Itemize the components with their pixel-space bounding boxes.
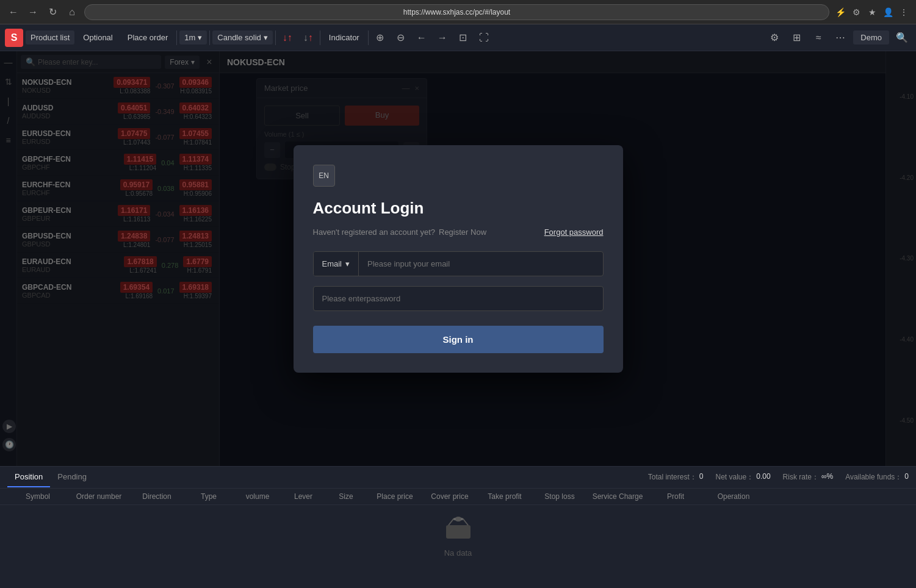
lang-button[interactable]: EN: [313, 165, 335, 187]
no-data-area: Na data: [0, 505, 916, 566]
separator-2: [209, 30, 210, 45]
empty-state-icon: [444, 514, 473, 539]
table-header-cell: Cover price: [422, 492, 477, 501]
optional-button[interactable]: Optional: [77, 30, 118, 45]
table-header-cell: Lever: [282, 492, 325, 501]
table-header-cell: Direction: [129, 492, 184, 501]
table-header-cell: Symbol: [7, 492, 68, 501]
zoom-out-icon[interactable]: ⊖: [392, 29, 410, 47]
table-header-cell: Type: [184, 492, 233, 501]
separator-4: [320, 30, 320, 45]
forward-button[interactable]: →: [26, 5, 40, 20]
table-header-cell: Stop loss: [532, 492, 587, 501]
app-logo: S: [5, 29, 23, 47]
modal-subtitle: Haven't registered an account yet? Regis…: [313, 228, 604, 237]
tab-pending[interactable]: Pending: [50, 467, 94, 487]
email-input-row: Email ▾: [313, 251, 604, 276]
star-icon: ★: [866, 6, 878, 18]
login-modal: EN Account Login Haven't registered an a…: [294, 145, 623, 373]
extensions-icon: ⚙: [850, 6, 862, 18]
svg-rect-4: [446, 525, 471, 539]
bottom-panel: Position Pending Total interest： 0 Net v…: [0, 466, 916, 588]
fullscreen-icon[interactable]: ⛶: [475, 29, 493, 47]
subtitle-text: Haven't registered an account yet?: [313, 228, 436, 237]
toolbar-right: ⚙ ⊞ ≈ ⋯ Demo 🔍: [765, 29, 911, 47]
main-area: — ⇅ | / ≡ 🔍 Forex ▾ ×: [0, 51, 916, 466]
chart-type-icon[interactable]: ≈: [809, 29, 828, 47]
app-container: S Product list Optional Place order 1m ▾…: [0, 24, 916, 588]
no-data-text: Na data: [444, 548, 472, 558]
demo-button[interactable]: Demo: [853, 30, 889, 45]
table-header-cell: volume: [233, 492, 282, 501]
back-button[interactable]: ←: [6, 5, 21, 20]
bottom-stats: Total interest： 0 Net value： 0.00 Risk r…: [648, 472, 909, 482]
table-header-cell: Service Charge: [587, 492, 648, 501]
candle-type-dropdown[interactable]: Candle solid ▾: [212, 30, 273, 45]
password-field[interactable]: [314, 287, 603, 310]
display-icon[interactable]: ⊞: [787, 29, 806, 47]
table-header: SymbolOrder numberDirectionTypevolumeLev…: [0, 489, 916, 505]
tab-position[interactable]: Position: [7, 467, 50, 487]
separator-5: [368, 30, 369, 45]
table-header-cell: Size: [325, 492, 367, 501]
arrow-left-icon[interactable]: ←: [413, 29, 431, 47]
bottom-tabs: Position Pending Total interest： 0 Net v…: [0, 467, 916, 489]
password-input-wrap: [313, 286, 604, 311]
table-header-cell: Take profit: [477, 492, 532, 501]
user-profile-icon[interactable]: 👤: [882, 6, 894, 18]
separator-3: [275, 30, 276, 45]
email-input-group: Email ▾: [313, 251, 604, 276]
chevron-down-icon: ▾: [198, 33, 202, 42]
register-link[interactable]: Register Now: [439, 228, 486, 237]
modal-title: Account Login: [313, 199, 604, 218]
forgot-password-link[interactable]: Forgot password: [544, 228, 604, 237]
price-arrows-icon[interactable]: ↓↑: [299, 29, 317, 47]
table-header-cell: Operation: [703, 492, 764, 501]
settings-icon[interactable]: ⚙: [765, 29, 784, 47]
modal-overlay: EN Account Login Haven't registered an a…: [0, 51, 916, 466]
total-interest-stat: Total interest： 0: [648, 472, 704, 482]
svg-point-7: [461, 518, 463, 520]
separator-1: [176, 30, 177, 45]
net-value-stat: Net value： 0.00: [716, 472, 771, 482]
table-header-cell: Order number: [68, 492, 129, 501]
password-input-group: [313, 286, 604, 311]
search-icon[interactable]: 🔍: [893, 29, 911, 47]
chevron-down-icon: ▾: [345, 259, 350, 268]
email-type-select[interactable]: Email ▾: [314, 252, 359, 276]
indicator-button[interactable]: Indicator: [323, 30, 366, 45]
table-header-cell: Place price: [367, 492, 422, 501]
risk-rate-stat: Risk rate： ∞%: [783, 472, 834, 482]
modal-subtitle-left: Haven't registered an account yet? Regis…: [313, 228, 487, 237]
more-icon[interactable]: ⋯: [831, 29, 849, 47]
table-header-cell: Profit: [648, 492, 703, 501]
browser-chrome: ← → ↻ ⌂ ⚡ ⚙ ★ 👤 ⋮: [0, 0, 916, 24]
lightning-icon: ⚡: [834, 6, 846, 18]
zoom-in-icon[interactable]: ⊕: [371, 29, 389, 47]
refresh-button[interactable]: ↻: [45, 5, 60, 20]
url-bar[interactable]: [84, 4, 829, 20]
menu-icon[interactable]: ⋮: [898, 6, 910, 18]
top-toolbar: S Product list Optional Place order 1m ▾…: [0, 24, 916, 51]
available-funds-stat: Available funds： 0: [845, 472, 909, 482]
place-order-button[interactable]: Place order: [121, 30, 174, 45]
sign-in-button[interactable]: Sign in: [313, 326, 604, 353]
interval-dropdown[interactable]: 1m ▾: [179, 30, 207, 45]
product-list-button[interactable]: Product list: [26, 30, 74, 45]
home-button[interactable]: ⌂: [65, 5, 79, 20]
svg-point-6: [453, 518, 456, 520]
price-up-down-icon[interactable]: ↓↑: [278, 29, 297, 47]
email-field[interactable]: [359, 252, 602, 276]
crop-icon[interactable]: ⊡: [454, 29, 472, 47]
chevron-down-icon: ▾: [264, 33, 268, 42]
no-data-icon: [444, 514, 473, 543]
arrow-right-icon[interactable]: →: [433, 29, 452, 47]
